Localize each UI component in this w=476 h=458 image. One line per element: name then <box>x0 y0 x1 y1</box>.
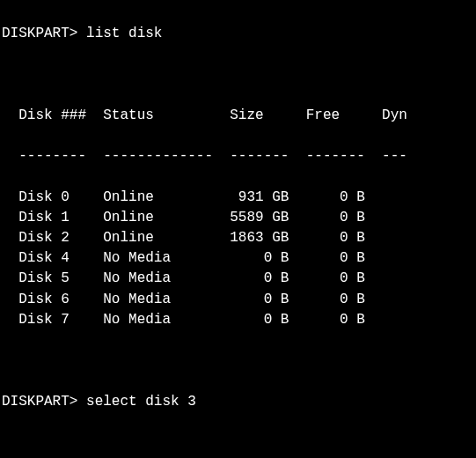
prompt-line: DISKPART> select disk 3 <box>2 392 474 412</box>
col-free: Free <box>306 107 340 123</box>
col-status: Status <box>103 107 154 123</box>
table-row: Disk 6 No Media 0 B 0 B <box>2 290 474 310</box>
prompt-line: DISKPART> list disk <box>2 24 474 44</box>
table-row: Disk 5 No Media 0 B 0 B <box>2 269 474 289</box>
disk-table-body: Disk 0 Online 931 GB 0 B Disk 1 Online 5… <box>2 188 474 330</box>
blank-line <box>2 432 474 453</box>
terminal-output: DISKPART> list disk Disk ### Status Size… <box>0 0 476 458</box>
table-row: Disk 0 Online 931 GB 0 B <box>2 188 474 208</box>
table-row: Disk 2 Online 1863 GB 0 B <box>2 228 474 248</box>
table-separator: -------- ------------- ------- ------- -… <box>2 146 474 166</box>
table-header: Disk ### Status Size Free Dyn <box>2 106 474 126</box>
col-dyn: Dyn <box>382 107 407 123</box>
table-row: Disk 4 No Media 0 B 0 B <box>2 248 474 269</box>
command: select disk 3 <box>86 394 196 410</box>
col-size: Size <box>230 107 263 123</box>
blank-line <box>2 351 474 371</box>
prompt: DISKPART> <box>2 26 77 41</box>
command: list disk <box>86 26 162 41</box>
prompt: DISKPART> <box>2 394 77 410</box>
table-row: Disk 7 No Media 0 B 0 B <box>2 310 474 330</box>
table-row: Disk 1 Online 5589 GB 0 B <box>2 208 474 228</box>
blank-line <box>2 65 474 85</box>
col-disk: Disk ### <box>18 107 86 123</box>
